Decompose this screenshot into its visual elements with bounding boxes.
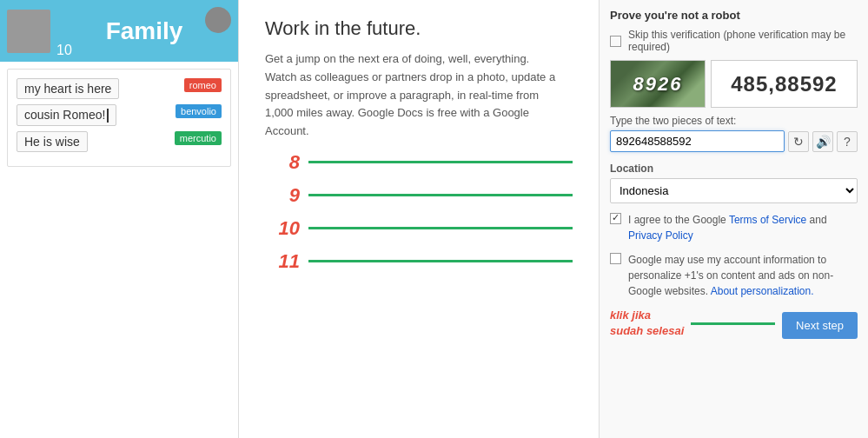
tag-badge-romeo: romeo: [184, 78, 222, 92]
annotation-number-11: 11: [265, 250, 300, 273]
circle-label-2: cousin Romeo!: [17, 104, 116, 126]
family-count: 10: [56, 43, 72, 58]
annotation-10: 10: [265, 217, 573, 240]
tag-badge-benvolio: benvolio: [176, 104, 222, 118]
tos-checkbox[interactable]: [610, 213, 621, 224]
annotation-8: 8: [265, 151, 573, 174]
personalize-text: Google may use my account information to…: [628, 252, 858, 299]
bottom-row: klik jika sudah selesai Next step: [610, 308, 858, 339]
circle-label-3: He is wise: [17, 131, 88, 152]
description-text: Get a jump on the next era of doing, wel…: [265, 50, 560, 141]
location-label: Location: [610, 163, 858, 175]
family-card: Family 10: [0, 0, 238, 62]
circle-label-1: my heart is here: [17, 78, 119, 99]
middle-panel: Work in the future. Get a jump on the ne…: [239, 0, 599, 438]
refresh-icon-btn[interactable]: ↻: [788, 131, 809, 152]
right-panel: Prove you're not a robot Skip this verif…: [599, 0, 868, 438]
left-panel: Family 10 my heart is here romeo cousin …: [0, 0, 239, 438]
personalize-link[interactable]: About personalization.: [711, 285, 814, 297]
annotation-9: 9: [265, 184, 573, 207]
next-step-button[interactable]: Next step: [782, 312, 858, 339]
annotation-line-bottom: [691, 322, 775, 325]
audio-icon-btn[interactable]: 🔊: [812, 131, 833, 152]
prove-title: Prove you're not a robot: [610, 9, 858, 22]
personalize-row: Google may use my account information to…: [610, 252, 858, 299]
list-item: He is wise mercutio: [17, 131, 222, 152]
klik-annotation: klik jika sudah selesai: [610, 308, 684, 339]
annotation-number-8: 8: [265, 151, 300, 174]
captcha-input[interactable]: [610, 130, 785, 152]
personalize-checkbox[interactable]: [610, 253, 621, 264]
annotation-11: 11: [265, 250, 573, 273]
list-item: my heart is here romeo: [17, 78, 222, 99]
tag-badge-mercutio: mercutio: [175, 131, 222, 145]
captcha-skip-checkbox[interactable]: [610, 36, 621, 47]
tos-link[interactable]: Terms of Service: [729, 214, 806, 226]
klik-text-line2: sudah selesai: [610, 323, 684, 339]
captcha-photo: 8926: [610, 60, 706, 108]
captcha-input-row: ↻ 🔊 ?: [610, 130, 858, 152]
captcha-skip-row: Skip this verification (phone verificati…: [610, 29, 858, 53]
page-title: Work in the future.: [265, 17, 573, 40]
annotation-line-9: [308, 194, 573, 196]
tos-row: I agree to the Google Terms of Service a…: [610, 212, 858, 243]
location-select[interactable]: Indonesia United States United Kingdom A…: [610, 178, 858, 203]
privacy-link[interactable]: Privacy Policy: [628, 229, 693, 242]
annotation-line-10: [308, 227, 573, 229]
klik-text-line1: klik jika: [610, 308, 684, 323]
captcha-skip-label: Skip this verification (phone verificati…: [628, 29, 858, 53]
annotation-number-10: 10: [265, 217, 300, 240]
captcha-images: 8926 485,88592: [610, 60, 858, 108]
captcha-input-label: Type the two pieces of text:: [610, 115, 858, 127]
circles-section: my heart is here romeo cousin Romeo! ben…: [7, 69, 231, 167]
annotation-number-9: 9: [265, 184, 300, 207]
tos-text: I agree to the Google Terms of Service a…: [628, 212, 827, 243]
avatar-small: [205, 7, 231, 33]
list-item: cousin Romeo! benvolio: [17, 104, 222, 126]
annotation-line-11: [308, 260, 573, 262]
captcha-text-image: 485,88592: [711, 60, 858, 108]
help-icon-btn[interactable]: ?: [837, 131, 858, 152]
annotation-line-8: [308, 161, 573, 163]
avatar: [7, 10, 50, 53]
